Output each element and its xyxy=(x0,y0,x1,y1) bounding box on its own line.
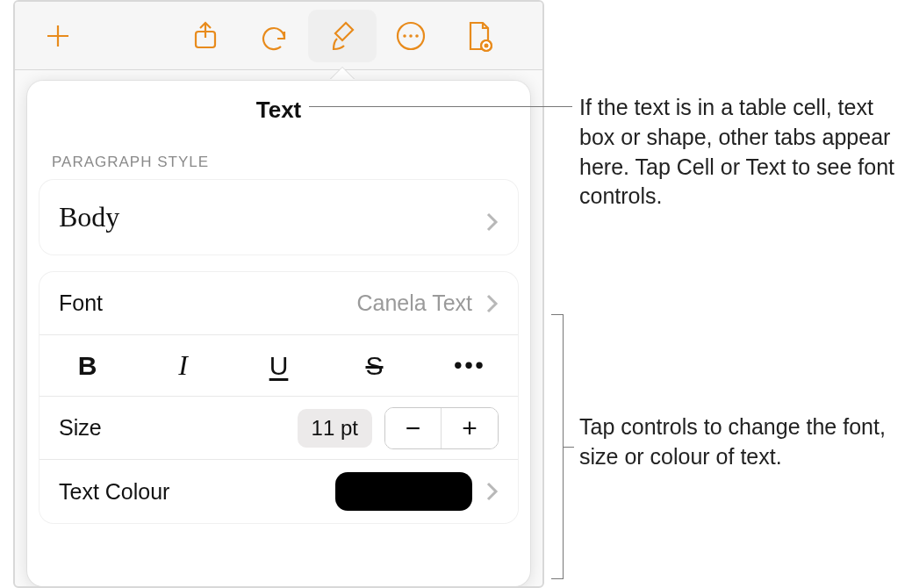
add-button[interactable] xyxy=(24,10,92,62)
callout-leader-line xyxy=(309,106,572,107)
chevron-right-icon xyxy=(486,481,499,502)
svg-point-5 xyxy=(403,34,406,38)
underline-button[interactable]: U xyxy=(231,335,327,396)
callout-bracket xyxy=(551,314,564,579)
font-card: Font Canela Text B I U S ••• Size 11 pt … xyxy=(39,272,518,523)
text-colour-label: Text Colour xyxy=(59,479,169,505)
chevron-right-icon xyxy=(486,207,499,228)
document-button[interactable] xyxy=(445,10,513,62)
toolbar xyxy=(15,2,542,70)
svg-point-10 xyxy=(485,43,489,47)
paragraph-style-value: Body xyxy=(59,201,119,233)
paragraph-style-row[interactable]: Body xyxy=(39,180,518,255)
text-colour-swatch[interactable] xyxy=(335,472,472,511)
size-label: Size xyxy=(59,415,102,441)
bold-button[interactable]: B xyxy=(39,335,135,396)
font-label: Font xyxy=(59,290,103,316)
size-increase-button[interactable]: + xyxy=(442,408,498,448)
size-decrease-button[interactable]: − xyxy=(385,408,442,448)
undo-button[interactable] xyxy=(240,10,308,62)
chevron-right-icon xyxy=(486,293,499,314)
size-row: Size 11 pt − + xyxy=(39,397,518,460)
italic-button[interactable]: I xyxy=(135,335,231,396)
text-style-row: B I U S ••• xyxy=(39,335,518,397)
paragraph-style-card: Body xyxy=(39,180,518,255)
share-button[interactable] xyxy=(171,10,240,62)
strikethrough-button[interactable]: S xyxy=(327,335,422,396)
size-value[interactable]: 11 pt xyxy=(298,409,372,448)
text-colour-row[interactable]: Text Colour xyxy=(39,460,518,523)
format-brush-button[interactable] xyxy=(308,10,377,62)
app-window: Text Paragraph Style Body Font Canela Te… xyxy=(13,0,544,588)
panel-title: Text xyxy=(27,97,530,154)
more-button[interactable] xyxy=(377,10,445,62)
callout-tabs: If the text is in a table cell, text box… xyxy=(579,93,904,212)
svg-point-7 xyxy=(415,34,419,38)
svg-point-6 xyxy=(409,34,413,38)
font-value: Canela Text xyxy=(356,290,472,316)
callout-leader-line xyxy=(564,447,574,448)
size-stepper: − + xyxy=(384,407,499,449)
more-text-options-button[interactable]: ••• xyxy=(422,335,518,396)
callout-controls: Tap controls to change the font, size or… xyxy=(579,412,904,472)
paragraph-style-label: Paragraph Style xyxy=(27,154,530,180)
format-panel: Text Paragraph Style Body Font Canela Te… xyxy=(27,81,530,586)
font-row[interactable]: Font Canela Text xyxy=(39,272,518,335)
